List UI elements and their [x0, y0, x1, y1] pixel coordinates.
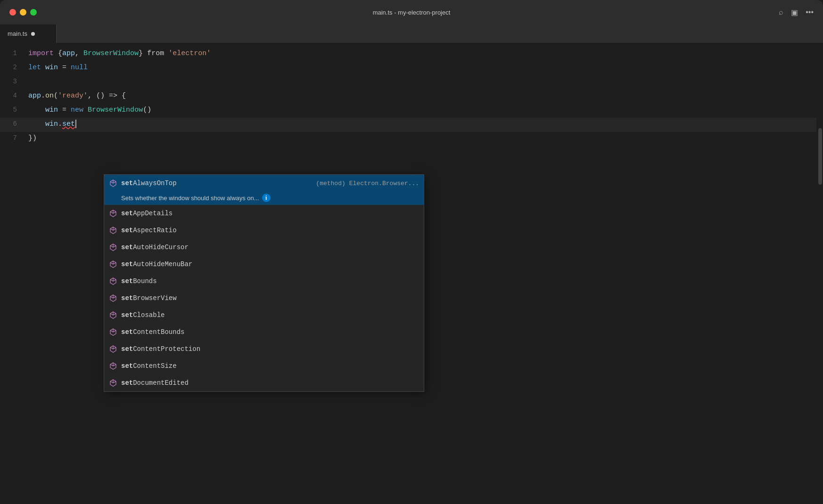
line-number-3: 3 [0, 75, 28, 87]
item-name-1: setAppDetails [121, 210, 419, 217]
line-number-5: 5 [0, 104, 28, 115]
app-window: main.ts - my-electron-project ⌕ ▣ ••• ma… [0, 0, 823, 504]
autocomplete-item-9[interactable]: setContentProtection [104, 341, 424, 358]
method-icon-8 [109, 328, 117, 336]
maximize-button[interactable] [30, 9, 37, 16]
editor-content[interactable]: 1 import {app, BrowserWindow} from 'elec… [0, 43, 816, 504]
autocomplete-item-6[interactable]: setBrowserView [104, 290, 424, 307]
window-title: main.ts - my-electron-project [373, 9, 451, 16]
line-number-6: 6 [0, 118, 28, 129]
text-cursor [75, 120, 76, 128]
line-content-4: app.on('ready', () => { [28, 90, 126, 102]
method-icon-3 [109, 243, 117, 252]
autocomplete-item-2[interactable]: setAspectRatio [104, 222, 424, 239]
item-name-5: setBounds [121, 277, 419, 285]
close-button[interactable] [9, 9, 16, 16]
search-icon[interactable]: ⌕ [779, 8, 783, 16]
title-bar-actions: ⌕ ▣ ••• [779, 8, 814, 17]
tab-main-ts[interactable]: main.ts [0, 24, 57, 43]
item-name-2: setAspectRatio [121, 227, 419, 234]
autocomplete-item-10[interactable]: setContentSize [104, 358, 424, 374]
autocomplete-description: Sets whether the window should show alwa… [104, 192, 424, 205]
layout-icon[interactable]: ▣ [791, 8, 798, 17]
desc-text: Sets whether the window should show alwa… [121, 195, 259, 202]
code-line-4: 4 app.on('ready', () => { [0, 89, 816, 104]
method-icon-6 [109, 294, 117, 302]
item-type-0: (method) [316, 180, 345, 187]
code-line-2: 2 let win = null [0, 61, 816, 75]
title-bar: main.ts - my-electron-project ⌕ ▣ ••• [0, 0, 823, 24]
tab-filename: main.ts [8, 30, 27, 37]
info-icon[interactable]: i [262, 194, 271, 202]
item-name-9: setContentProtection [121, 345, 419, 353]
item-name-0: setAlwaysOnTop [121, 179, 308, 187]
method-icon-1 [109, 209, 117, 218]
item-name-6: setBrowserView [121, 294, 419, 302]
line-content-5: win = new BrowserWindow() [28, 105, 151, 116]
line-content-3 [28, 76, 33, 88]
scrollbar[interactable] [816, 43, 823, 504]
autocomplete-item-5[interactable]: setBounds [104, 273, 424, 290]
code-container: 1 import {app, BrowserWindow} from 'elec… [0, 43, 816, 150]
item-detail-0: Electron.Browser... [349, 180, 419, 187]
code-line-5: 5 win = new BrowserWindow() [0, 104, 816, 118]
code-line-6: 6 win.set [0, 118, 816, 132]
item-name-10: setContentSize [121, 362, 419, 370]
method-icon-10 [109, 362, 117, 370]
line-content-6: win.set [28, 119, 76, 130]
line-content-2: let win = null [28, 62, 88, 73]
more-icon[interactable]: ••• [806, 8, 814, 16]
line-number-2: 2 [0, 61, 28, 73]
method-icon-2 [109, 226, 117, 235]
line-number-7: 7 [0, 132, 28, 143]
autocomplete-item-8[interactable]: setContentBounds [104, 324, 424, 341]
code-line-7: 7 }) [0, 132, 816, 146]
method-icon-11 [109, 379, 117, 387]
method-icon-5 [109, 277, 117, 285]
line-content-1: import {app, BrowserWindow} from 'electr… [28, 48, 211, 59]
method-icon-0 [109, 179, 117, 187]
editor-area: 1 import {app, BrowserWindow} from 'elec… [0, 43, 823, 504]
item-name-11: setDocumentEdited [121, 379, 419, 387]
method-icon-7 [109, 311, 117, 319]
code-line-3: 3 [0, 75, 816, 89]
line-number-4: 4 [0, 89, 28, 101]
item-name-4: setAutoHideMenuBar [121, 260, 419, 268]
autocomplete-item-1[interactable]: setAppDetails [104, 205, 424, 222]
method-icon-9 [109, 345, 117, 353]
line-number-1: 1 [0, 47, 28, 58]
autocomplete-item-3[interactable]: setAutoHideCursor [104, 239, 424, 256]
minimize-button[interactable] [20, 9, 26, 16]
method-icon-4 [109, 260, 117, 268]
autocomplete-dropdown: setAlwaysOnTop (method) Electron.Browser… [104, 174, 424, 392]
code-line-1: 1 import {app, BrowserWindow} from 'elec… [0, 47, 816, 61]
autocomplete-item-11[interactable]: setDocumentEdited [104, 374, 424, 391]
traffic-lights [9, 9, 37, 16]
autocomplete-item-4[interactable]: setAutoHideMenuBar [104, 256, 424, 273]
item-name-3: setAutoHideCursor [121, 244, 419, 251]
item-name-8: setContentBounds [121, 328, 419, 336]
line-content-7: }) [28, 133, 37, 144]
autocomplete-item-7[interactable]: setClosable [104, 307, 424, 324]
autocomplete-item-0[interactable]: setAlwaysOnTop (method) Electron.Browser… [104, 175, 424, 192]
item-name-7: setClosable [121, 311, 419, 319]
scrollbar-thumb[interactable] [818, 128, 822, 185]
unsaved-indicator [31, 32, 35, 36]
tab-bar: main.ts [0, 24, 823, 43]
